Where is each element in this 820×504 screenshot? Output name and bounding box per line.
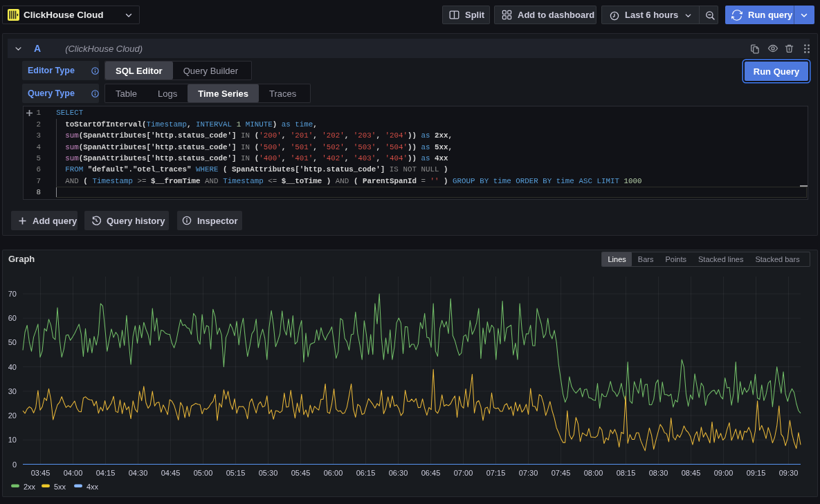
- svg-text:05:15: 05:15: [226, 469, 246, 477]
- svg-text:40: 40: [8, 363, 17, 371]
- svg-text:60: 60: [8, 314, 17, 322]
- svg-text:4xx: 4xx: [86, 483, 99, 491]
- svg-text:06:30: 06:30: [389, 469, 408, 477]
- svg-text:09:30: 09:30: [779, 469, 799, 477]
- svg-text:04:45: 04:45: [161, 469, 181, 477]
- svg-text:50: 50: [8, 338, 17, 346]
- svg-text:2xx: 2xx: [24, 483, 36, 491]
- svg-text:06:45: 06:45: [421, 469, 441, 477]
- svg-text:05:00: 05:00: [194, 469, 213, 477]
- svg-text:07:00: 07:00: [454, 469, 473, 477]
- svg-text:07:15: 07:15: [486, 469, 506, 477]
- svg-text:07:45: 07:45: [552, 469, 571, 477]
- svg-text:06:15: 06:15: [356, 469, 376, 477]
- svg-text:30: 30: [8, 387, 17, 395]
- svg-text:07:30: 07:30: [519, 469, 538, 477]
- svg-text:03:45: 03:45: [31, 469, 51, 477]
- svg-text:04:15: 04:15: [96, 469, 116, 477]
- svg-text:08:30: 08:30: [649, 469, 668, 477]
- svg-text:04:30: 04:30: [129, 469, 148, 477]
- svg-text:08:15: 08:15: [617, 469, 636, 477]
- svg-text:09:15: 09:15: [747, 469, 766, 477]
- svg-text:10: 10: [8, 436, 17, 444]
- svg-text:04:00: 04:00: [64, 469, 83, 477]
- svg-text:20: 20: [8, 411, 17, 420]
- svg-text:5xx: 5xx: [54, 483, 66, 491]
- svg-text:0: 0: [12, 460, 17, 469]
- svg-text:05:45: 05:45: [291, 469, 311, 477]
- svg-text:70: 70: [8, 290, 17, 298]
- svg-text:08:00: 08:00: [584, 469, 603, 477]
- svg-text:09:00: 09:00: [714, 469, 734, 477]
- svg-text:08:45: 08:45: [682, 469, 701, 477]
- svg-text:05:30: 05:30: [259, 469, 278, 477]
- svg-text:06:00: 06:00: [324, 469, 343, 477]
